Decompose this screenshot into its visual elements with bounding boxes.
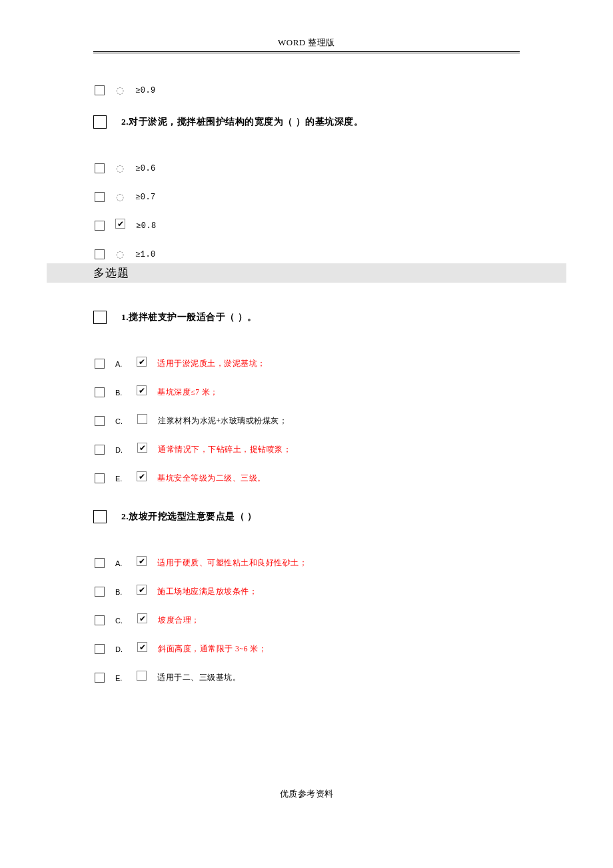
checkbox-icon[interactable] (137, 471, 147, 481)
checkbox-icon[interactable] (137, 613, 147, 623)
checkbox-icon[interactable] (115, 219, 125, 229)
option-label: ≥1.0 (135, 250, 156, 259)
multi-question-2: 2.放坡开挖选型注意要点是（ ） (93, 510, 520, 523)
option-letter: C. (115, 417, 123, 425)
radio-icon[interactable]: ◌ (115, 250, 125, 259)
checkbox-icon[interactable] (137, 585, 147, 595)
option-row: C. 注浆材料为水泥+水玻璃或粉煤灰； (93, 416, 520, 426)
option-letter: D. (115, 645, 123, 653)
mark-box[interactable] (95, 473, 105, 483)
mark-box[interactable] (95, 673, 105, 683)
mark-box[interactable] (95, 85, 105, 95)
option-label: 施工场地应满足放坡条件； (157, 587, 257, 597)
option-letter: D. (115, 446, 123, 454)
question-box[interactable] (93, 510, 107, 523)
option-label: 适用于二、三级基坑。 (157, 673, 241, 683)
option-label: ≥0.9 (135, 86, 156, 95)
mark-box[interactable] (95, 359, 105, 369)
option-row: E. 适用于二、三级基坑。 (93, 673, 520, 683)
option-row: ≥0.8 (93, 221, 520, 231)
checkbox-icon[interactable] (137, 385, 147, 395)
checkbox-icon[interactable] (137, 357, 147, 367)
option-row: ◌ ≥0.9 (93, 85, 520, 95)
radio-icon[interactable]: ◌ (115, 86, 125, 95)
option-row: D. 斜面高度，通常限于 3~6 米； (93, 644, 520, 654)
multi-question-1: 1.搅拌桩支护一般适合于（ ）。 (93, 311, 520, 324)
option-row: B. 施工场地应满足放坡条件； (93, 587, 520, 597)
option-label: ≥0.6 (135, 164, 156, 173)
mark-box[interactable] (95, 249, 105, 259)
option-label: 斜面高度，通常限于 3~6 米； (158, 644, 267, 654)
option-row: B. 基坑深度≤7 米； (93, 387, 520, 397)
checkbox-icon[interactable] (137, 556, 147, 566)
option-letter: A. (115, 559, 122, 567)
option-letter: B. (115, 588, 122, 596)
option-letter: E. (115, 475, 122, 483)
option-label: ≥0.7 (135, 193, 156, 202)
mark-box[interactable] (95, 445, 105, 455)
option-row: C. 坡度合理； (93, 615, 520, 625)
option-label: 基坑安全等级为二级、三级。 (157, 473, 266, 483)
option-row: ◌ ≥1.0 (93, 249, 520, 259)
option-letter: B. (115, 389, 122, 397)
option-row: A. 适用于淤泥质土，淤泥基坑； (93, 359, 520, 369)
mark-box[interactable] (95, 644, 105, 654)
option-label: 适用于淤泥质土，淤泥基坑； (157, 359, 266, 369)
mark-box[interactable] (95, 587, 105, 597)
option-row: ◌ ≥0.6 (93, 163, 520, 173)
mark-box[interactable] (95, 221, 105, 231)
question-stem: 2.对于淤泥，搅拌桩围护结构的宽度为（ ）的基坑深度。 (121, 116, 363, 128)
mark-box[interactable] (95, 416, 105, 426)
option-letter: E. (115, 674, 122, 682)
question-box[interactable] (93, 115, 107, 129)
mark-box[interactable] (95, 163, 105, 173)
option-row: A. 适用于硬质、可塑性粘土和良好性砂土； (93, 558, 520, 568)
question-stem: 1.搅拌桩支护一般适合于（ ）。 (121, 311, 257, 323)
question-box[interactable] (93, 311, 107, 324)
page-footer: 优质参考资料 (47, 788, 566, 800)
mark-box[interactable] (95, 387, 105, 397)
checkbox-icon[interactable] (137, 642, 147, 652)
mark-box[interactable] (95, 192, 105, 202)
option-row: ◌ ≥0.7 (93, 192, 520, 202)
option-row: E. 基坑安全等级为二级、三级。 (93, 473, 520, 483)
page-header: WORD 整理版 (93, 37, 520, 52)
checkbox-icon[interactable] (137, 671, 147, 681)
option-label: 注浆材料为水泥+水玻璃或粉煤灰； (158, 416, 288, 426)
checkbox-icon[interactable] (137, 414, 147, 424)
section-multi-choice: 多选题 (47, 263, 566, 283)
question-2: 2.对于淤泥，搅拌桩围护结构的宽度为（ ）的基坑深度。 (93, 115, 520, 129)
radio-icon[interactable]: ◌ (115, 193, 125, 202)
mark-box[interactable] (95, 615, 105, 625)
checkbox-icon[interactable] (137, 443, 147, 453)
option-label: 坡度合理； (158, 615, 200, 625)
option-letter: A. (115, 360, 122, 368)
option-label: 适用于硬质、可塑性粘土和良好性砂土； (157, 558, 307, 568)
mark-box[interactable] (95, 558, 105, 568)
option-label: 基坑深度≤7 米； (157, 387, 218, 397)
option-letter: C. (115, 617, 123, 625)
option-label: ≥0.8 (136, 221, 157, 231)
option-row: D. 通常情况下，下钻碎土，提钻喷浆； (93, 445, 520, 455)
radio-icon[interactable]: ◌ (115, 164, 125, 173)
option-label: 通常情况下，下钻碎土，提钻喷浆； (158, 445, 291, 455)
question-stem: 2.放坡开挖选型注意要点是（ ） (121, 511, 257, 523)
